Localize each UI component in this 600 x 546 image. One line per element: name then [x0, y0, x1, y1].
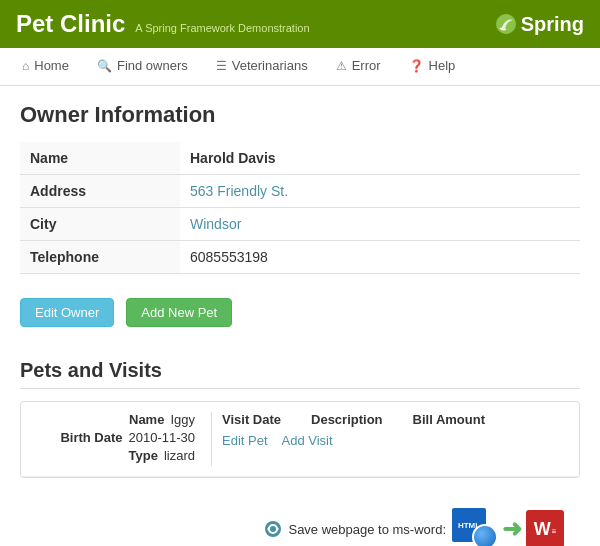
address-value: 563 Friendly St.: [180, 175, 580, 208]
spring-logo: Spring: [495, 13, 584, 36]
app-title: Pet Clinic: [16, 10, 125, 38]
nav-error[interactable]: ⚠ Error: [322, 48, 395, 85]
app-header: Pet Clinic A Spring Framework Demonstrat…: [0, 0, 600, 48]
pet-birth-label: Birth Date: [60, 430, 122, 445]
nav-find-owners[interactable]: 🔍 Find owners: [83, 48, 202, 85]
name-value: Harold Davis: [180, 142, 580, 175]
owner-telephone-row: Telephone 6085553198: [20, 241, 580, 274]
pets-section-title: Pets and Visits: [20, 359, 580, 389]
visits-header: Visit Date Description Bill Amount: [222, 412, 569, 427]
html-icon-stack: HTML: [452, 508, 498, 546]
nav-veterinarians[interactable]: ☰ Veterinarians: [202, 48, 322, 85]
main-nav: ⌂ Home 🔍 Find owners ☰ Veterinarians ⚠ E…: [0, 48, 600, 86]
nav-veterinarians-label: Veterinarians: [232, 58, 308, 73]
header-brand: Pet Clinic A Spring Framework Demonstrat…: [16, 10, 310, 38]
visit-date-header: Visit Date: [222, 412, 281, 427]
add-visit-link[interactable]: Add Visit: [282, 433, 333, 448]
edit-owner-button[interactable]: Edit Owner: [20, 298, 114, 327]
pet-type-value: lizard: [164, 448, 195, 463]
owner-name-row: Name Harold Davis: [20, 142, 580, 175]
pet-birth-value: 2010-11-30: [129, 430, 196, 445]
main-content: Owner Information Name Harold Davis Addr…: [0, 86, 600, 546]
save-label: Save webpage to ms-word:: [288, 522, 446, 537]
page-title: Owner Information: [20, 102, 580, 128]
save-icons-group: HTML ➜ W ≡: [452, 508, 564, 546]
save-to-word[interactable]: Save webpage to ms-word:: [264, 520, 446, 538]
pet-type-line: Type lizard: [31, 448, 195, 463]
warning-icon: ⚠: [336, 59, 347, 73]
add-new-pet-button[interactable]: Add New Pet: [126, 298, 232, 327]
pet-birth-line: Birth Date 2010-11-30: [31, 430, 195, 445]
address-label: Address: [20, 175, 180, 208]
owner-actions: Edit Owner Add New Pet: [20, 290, 580, 335]
save-toolbar: Save webpage to ms-word: HTML ➜ W ≡: [20, 498, 580, 546]
nav-help-label: Help: [429, 58, 456, 73]
visit-actions: Edit Pet Add Visit: [222, 433, 569, 448]
owner-city-row: City Windsor: [20, 208, 580, 241]
spring-leaf-icon: [495, 13, 517, 35]
refresh-icon: [264, 520, 282, 538]
pets-list: Name Iggy Birth Date 2010-11-30 Type liz…: [20, 401, 580, 478]
pet-item: Name Iggy Birth Date 2010-11-30 Type liz…: [21, 402, 579, 477]
visit-bill-header: Bill Amount: [413, 412, 485, 427]
spring-logo-text: Spring: [521, 13, 584, 36]
telephone-label: Telephone: [20, 241, 180, 274]
pet-name-value: Iggy: [170, 412, 195, 427]
nav-home[interactable]: ⌂ Home: [8, 48, 83, 85]
nav-find-owners-label: Find owners: [117, 58, 188, 73]
word-icon: W ≡: [526, 510, 564, 546]
list-icon: ☰: [216, 59, 227, 73]
pet-visits: Visit Date Description Bill Amount Edit …: [211, 412, 569, 466]
telephone-value: 6085553198: [180, 241, 580, 274]
app-subtitle: A Spring Framework Demonstration: [135, 22, 309, 34]
edit-pet-link[interactable]: Edit Pet: [222, 433, 268, 448]
visit-desc-header: Description: [311, 412, 383, 427]
arrow-right-icon: ➜: [502, 517, 522, 541]
help-icon: ❓: [409, 59, 424, 73]
home-icon: ⌂: [22, 59, 29, 73]
owner-info-table: Name Harold Davis Address 563 Friendly S…: [20, 142, 580, 274]
nav-home-label: Home: [34, 58, 69, 73]
globe-icon: [472, 524, 498, 546]
nav-error-label: Error: [352, 58, 381, 73]
pet-name-line: Name Iggy: [31, 412, 195, 427]
city-value: Windsor: [180, 208, 580, 241]
city-label: City: [20, 208, 180, 241]
name-label: Name: [20, 142, 180, 175]
owner-address-row: Address 563 Friendly St.: [20, 175, 580, 208]
search-icon: 🔍: [97, 59, 112, 73]
nav-help[interactable]: ❓ Help: [395, 48, 470, 85]
pet-details: Name Iggy Birth Date 2010-11-30 Type liz…: [31, 412, 211, 466]
pet-type-label: Type: [129, 448, 158, 463]
pet-name-label: Name: [129, 412, 164, 427]
